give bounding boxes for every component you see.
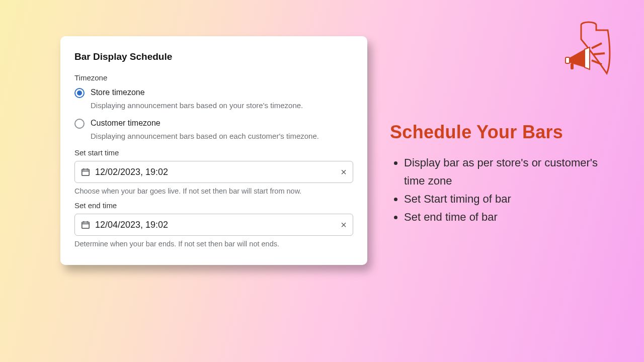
svg-marker-4 — [585, 47, 590, 69]
start-time-value: 12/02/2023, 19:02 — [95, 167, 336, 177]
radio-store-desc: Displaying announcement bars based on yo… — [91, 100, 353, 111]
radio-label: Store timezone — [91, 87, 145, 98]
radio-icon — [74, 119, 85, 129]
list-item: Set Start timing of bar — [404, 190, 616, 208]
clear-start-button[interactable]: × — [341, 167, 347, 177]
radio-customer-timezone[interactable]: Customer timezone — [74, 118, 353, 129]
svg-line-0 — [592, 43, 602, 48]
end-time-input[interactable]: 12/04/2023, 19:02 × — [74, 214, 353, 236]
svg-line-2 — [592, 60, 602, 64]
list-item: Display bar as per store's or customer's… — [404, 154, 616, 190]
promo-list: Display bar as per store's or customer's… — [390, 154, 616, 226]
start-time-helper: Choose when your bar goes live. If not s… — [74, 187, 353, 195]
svg-line-1 — [594, 53, 605, 54]
calendar-icon — [81, 220, 90, 229]
svg-rect-7 — [82, 169, 89, 176]
card-title: Bar Display Schedule — [74, 51, 353, 62]
clear-end-button[interactable]: × — [341, 220, 347, 230]
start-time-input[interactable]: 12/02/2023, 19:02 × — [74, 161, 353, 183]
svg-rect-11 — [82, 222, 89, 229]
svg-rect-5 — [566, 57, 570, 63]
schedule-card: Bar Display Schedule Timezone Store time… — [60, 36, 367, 265]
radio-icon — [74, 88, 85, 98]
timezone-label: Timezone — [74, 73, 353, 82]
radio-store-timezone[interactable]: Store timezone — [74, 87, 353, 98]
radio-customer-desc: Displaying announcement bars based on ea… — [91, 131, 353, 141]
end-time-value: 12/04/2023, 19:02 — [95, 220, 336, 230]
end-time-label: Set end time — [74, 201, 353, 210]
promo-block: Schedule Your Bars Display bar as per st… — [390, 122, 616, 226]
end-time-helper: Determine when your bar ends. If not set… — [74, 240, 353, 248]
calendar-icon — [81, 167, 90, 176]
stage: Bar Display Schedule Timezone Store time… — [0, 0, 644, 362]
app-logo — [558, 19, 619, 79]
svg-rect-6 — [571, 63, 574, 69]
radio-label: Customer timezone — [91, 118, 160, 129]
list-item: Set end time of bar — [404, 208, 616, 226]
start-time-label: Set start time — [74, 148, 353, 157]
promo-heading: Schedule Your Bars — [390, 122, 616, 143]
